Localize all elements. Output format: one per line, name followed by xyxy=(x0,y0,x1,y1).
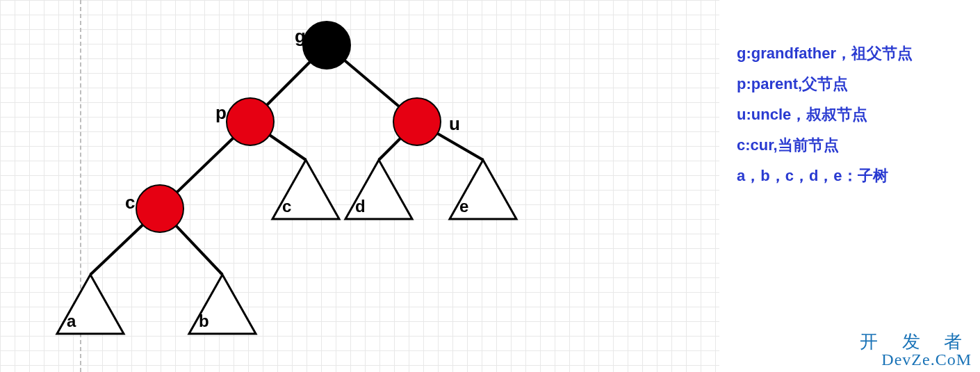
tree-diagram: abcdegpuc xyxy=(0,0,719,372)
legend: g:grandfather，祖父节点 p:parent,父节点 u:uncle，… xyxy=(737,38,913,191)
subtree-label-d: d xyxy=(355,197,366,216)
node-p xyxy=(227,98,274,145)
subtree-label-c: c xyxy=(282,197,291,216)
subtree-label-a: a xyxy=(67,312,76,330)
legend-line: c:cur,当前节点 xyxy=(737,130,913,161)
legend-line: u:uncle，叔叔节点 xyxy=(737,99,913,130)
subtree-label-e: e xyxy=(459,197,468,216)
edges-layer xyxy=(90,45,483,275)
watermark-en: DevZe.CoM xyxy=(860,351,972,368)
node-label-u: u xyxy=(449,113,460,134)
watermark: 开 发 者 DevZe.CoM xyxy=(860,333,972,368)
labels-layer: abcdegpuc xyxy=(67,26,468,330)
legend-line: p:parent,父节点 xyxy=(737,69,913,99)
watermark-cn: 开 发 者 xyxy=(860,333,972,351)
node-label-g: g xyxy=(295,26,306,47)
node-g xyxy=(303,22,350,69)
subtree-triangles-layer xyxy=(57,160,516,334)
legend-line: g:grandfather，祖父节点 xyxy=(737,38,913,69)
node-c xyxy=(136,185,183,232)
node-u xyxy=(393,98,441,145)
subtree-label-b: b xyxy=(199,312,209,330)
legend-line: a，b，c，d，e：子树 xyxy=(737,161,913,191)
node-label-p: p xyxy=(215,102,227,123)
node-label-c: c xyxy=(125,192,135,213)
